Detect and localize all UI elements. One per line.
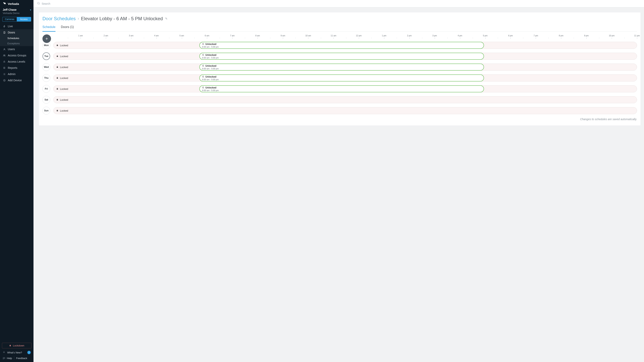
sidebar: Verkada Jeff Chase Verkada Demo ▾ Camera… <box>0 0 34 362</box>
locked-text: Locked <box>60 44 68 47</box>
unlocked-segment[interactable]: Unlocked6:00 am - 5:00 pm <box>199 42 484 49</box>
day-pill[interactable]: Sat <box>42 96 50 104</box>
hour-label: 9 am <box>281 34 285 37</box>
tick <box>612 37 612 39</box>
nav-access-levels[interactable]: Access Levels <box>0 58 34 65</box>
sparkle-icon <box>3 351 5 354</box>
nav-live-label: Live <box>8 25 13 28</box>
tick-minor <box>523 37 523 38</box>
hour-label: 10 am <box>306 34 311 37</box>
schedule-track[interactable]: LockedUnlocked6:00 am - 5:00 pm <box>53 53 637 60</box>
schedule-row: ThuLockedUnlocked6:00 am - 5:00 pm <box>42 74 637 82</box>
segment-time: 6:00 am - 5:00 pm <box>202 78 484 81</box>
segment-time: 6:00 am - 5:00 pm <box>202 46 484 48</box>
nav-admin-label: Admin <box>8 72 16 76</box>
tick-minor <box>220 37 220 38</box>
brand-logo[interactable]: Verkada <box>0 0 34 7</box>
unlock-icon <box>202 75 204 78</box>
nav-doors-exceptions[interactable]: Exceptions <box>0 41 34 46</box>
day-pill[interactable]: Thu <box>42 74 50 82</box>
separator <box>14 357 14 360</box>
nav-reports[interactable]: Reports <box>0 65 34 71</box>
tick <box>207 37 207 39</box>
chevron-right-icon: › <box>78 16 79 21</box>
nav-reports-label: Reports <box>8 66 17 69</box>
nav-doors[interactable]: Doors <box>0 29 34 36</box>
tick <box>232 37 232 39</box>
tab-schedule[interactable]: Schedule <box>42 25 56 32</box>
hour-label: 5 am <box>180 34 184 37</box>
hour-label: 3 am <box>129 34 133 37</box>
schedule-track[interactable]: LockedUnlocked6:00 am - 5:00 pm <box>53 42 637 49</box>
nav-live[interactable]: Live <box>0 23 34 29</box>
search-input[interactable] <box>42 2 640 5</box>
hour-label: 11 pm <box>634 34 640 37</box>
user-org: Verkada Demo <box>3 12 31 14</box>
tick-minor <box>473 37 473 38</box>
unlocked-segment[interactable]: Unlocked6:00 am - 5:00 pm <box>199 64 484 71</box>
hour-label: 2 am <box>104 34 108 37</box>
svg-point-3 <box>4 55 4 56</box>
tick-minor <box>270 37 270 38</box>
unlock-icon <box>202 86 204 89</box>
lock-icon <box>9 344 11 347</box>
schedule-row: SatLocked <box>42 96 637 104</box>
segment-title: Unlocked <box>206 86 216 89</box>
schedule-row: TueLockedUnlocked6:00 am - 5:00 pm <box>42 52 637 60</box>
segment-time: 6:00 am - 5:00 pm <box>202 57 484 59</box>
schedule-track[interactable]: Locked <box>53 96 637 103</box>
time-axis: 1 am2 am3 am4 am5 am6 am7 am8 am9 am10 a… <box>55 34 637 40</box>
schedule-track[interactable]: Locked <box>53 107 637 114</box>
breadcrumb-root[interactable]: Door Schedules <box>42 16 76 21</box>
lock-icon <box>56 77 58 79</box>
hour-label: 3 pm <box>432 34 437 37</box>
nav-add-device[interactable]: Add Device <box>0 77 34 83</box>
user-name: Jeff Chase <box>3 8 31 11</box>
lockdown-button[interactable]: Lockdown <box>2 343 32 348</box>
nav-access-groups[interactable]: Access Groups <box>0 52 34 58</box>
day-pill[interactable]: Sun <box>42 107 50 115</box>
help-link[interactable]: Help <box>7 357 12 360</box>
add-schedule-button[interactable] <box>42 34 51 43</box>
whats-new[interactable]: What's New? 2 <box>2 348 32 354</box>
tick <box>80 37 81 39</box>
schedule-track[interactable]: LockedUnlocked6:00 am - 5:00 pm <box>53 85 637 92</box>
nav: Live Doors Schedules Exceptions Users Ac… <box>0 23 34 341</box>
day-pill[interactable]: Tue <box>42 52 50 60</box>
nav-users[interactable]: Users <box>0 46 34 52</box>
user-switcher[interactable]: Jeff Chase Verkada Demo ▾ <box>0 7 34 16</box>
locked-text: Locked <box>60 109 68 112</box>
whats-new-label: What's New? <box>7 351 22 354</box>
schedule-track[interactable]: LockedUnlocked6:00 am - 5:00 pm <box>53 74 637 81</box>
nav-admin[interactable]: Admin <box>0 71 34 77</box>
hour-label: 6 am <box>205 34 209 37</box>
tick <box>510 37 511 39</box>
tick-minor <box>118 37 119 38</box>
nav-doors-schedules[interactable]: Schedules <box>0 36 34 41</box>
schedule-row: WedLockedUnlocked6:00 am - 5:00 pm <box>42 63 637 71</box>
feedback-link[interactable]: Feedback <box>16 357 27 360</box>
tick-minor <box>93 37 94 38</box>
hour-label: 7 pm <box>534 34 538 37</box>
toggle-access[interactable]: Access <box>17 17 31 21</box>
page-title: Elevator Lobby - 6 AM - 5 PM Unlocked <box>81 16 163 21</box>
toggle-cameras[interactable]: Cameras <box>2 17 17 21</box>
unlocked-segment[interactable]: Unlocked6:00 am - 5:00 pm <box>199 85 484 92</box>
edit-icon[interactable]: ✎ <box>165 17 168 20</box>
unlocked-segment[interactable]: Unlocked6:00 am - 5:00 pm <box>199 53 484 60</box>
lock-icon <box>56 55 58 58</box>
day-pill[interactable]: Fri <box>42 85 50 93</box>
tick-minor <box>372 37 372 38</box>
tick <box>283 37 283 39</box>
locked-label: Locked <box>56 87 68 90</box>
hour-label: 10 pm <box>609 34 614 37</box>
tick <box>485 37 486 39</box>
search-icon <box>37 2 40 6</box>
schedule-track[interactable]: LockedUnlocked6:00 am - 5:00 pm <box>53 64 637 71</box>
day-pill[interactable]: Wed <box>42 63 50 71</box>
unlocked-segment[interactable]: Unlocked6:00 am - 5:00 pm <box>199 74 484 81</box>
tab-doors[interactable]: Doors (1) <box>61 25 74 31</box>
tick <box>384 37 384 39</box>
locked-label: Locked <box>56 66 68 69</box>
locked-text: Locked <box>60 98 68 101</box>
